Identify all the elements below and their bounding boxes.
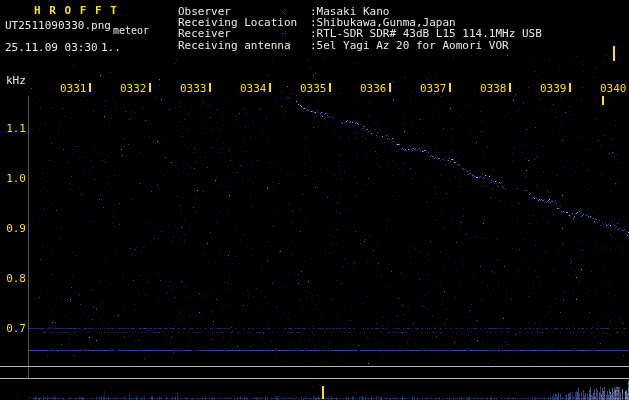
time-tick-mark bbox=[569, 83, 571, 92]
time-tick-label: 0332 bbox=[120, 82, 147, 95]
time-tick-label: 0331 bbox=[60, 82, 87, 95]
mode-label: meteor bbox=[113, 26, 149, 36]
time-tick: 0333 bbox=[180, 82, 211, 95]
time-tick-label: 0340 bbox=[600, 82, 627, 95]
filename-label: UT2511090330.png bbox=[5, 20, 111, 31]
freq-tick-label: 0.7 bbox=[4, 322, 26, 335]
datetime-label: 25.11.09 03:30 bbox=[5, 42, 98, 53]
time-tick: 0340 bbox=[600, 82, 629, 108]
time-tick-mark bbox=[509, 83, 511, 92]
counter-label: 1.. bbox=[101, 42, 121, 53]
time-tick-mark bbox=[209, 83, 211, 92]
time-tick: 0335 bbox=[300, 82, 331, 95]
hrofft-output: H R O F F T UT2511090330.png meteor 25.1… bbox=[0, 0, 629, 400]
time-tick: 0337 bbox=[420, 82, 451, 95]
freq-tick-label: 0.9 bbox=[4, 222, 26, 235]
field-label: Receiving antenna bbox=[178, 39, 291, 52]
freq-tick-label: 1.1 bbox=[4, 122, 26, 135]
time-tick-mark bbox=[329, 83, 331, 92]
time-tick-label: 0336 bbox=[360, 82, 387, 95]
time-tick-mark bbox=[149, 83, 151, 92]
time-tick-label: 0337 bbox=[420, 82, 447, 95]
time-tick: 0339 bbox=[540, 82, 571, 95]
time-tick-label: 0339 bbox=[540, 82, 567, 95]
time-tick-mark bbox=[602, 96, 604, 105]
time-tick: 0332 bbox=[120, 82, 151, 95]
time-tick-mark bbox=[269, 83, 271, 92]
time-tick-mark bbox=[89, 83, 91, 92]
spectrogram-canvas bbox=[0, 0, 629, 400]
time-tick-label: 0334 bbox=[240, 82, 267, 95]
time-tick-mark bbox=[389, 83, 391, 92]
time-tick-label: 0333 bbox=[180, 82, 207, 95]
time-tick: 0334 bbox=[240, 82, 271, 95]
time-tick-label: 0338 bbox=[480, 82, 507, 95]
time-tick: 0331 bbox=[60, 82, 91, 95]
app-title: H R O F F T bbox=[34, 5, 118, 16]
time-tick: 0338 bbox=[480, 82, 511, 95]
field-value: :5el Yagi Az 20 for Aomori VOR bbox=[310, 39, 509, 52]
freq-tick-label: 1.0 bbox=[4, 172, 26, 185]
time-tick-label: 0335 bbox=[300, 82, 327, 95]
freq-tick-label: 0.8 bbox=[4, 272, 26, 285]
freq-unit-label: kHz bbox=[6, 75, 26, 86]
time-tick-mark bbox=[449, 83, 451, 92]
time-tick: 0336 bbox=[360, 82, 391, 95]
